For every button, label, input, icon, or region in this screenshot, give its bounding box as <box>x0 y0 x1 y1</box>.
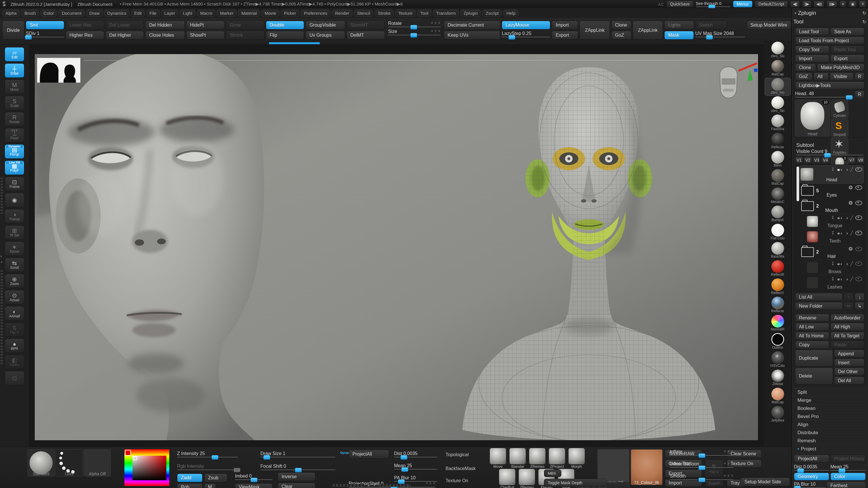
zsub-toggle[interactable]: Zsub <box>204 474 227 482</box>
mean-slider[interactable]: Mean 25 <box>394 463 437 470</box>
material-thumb[interactable]: MatCap <box>765 60 790 77</box>
merge-down-icon[interactable]: ↧ <box>831 276 835 282</box>
gear-icon[interactable]: ⚙ <box>848 246 853 252</box>
color-picker[interactable] <box>124 449 169 486</box>
grow-ui-icon[interactable]: ▤▶ <box>827 1 837 7</box>
union-icon[interactable]: ●● <box>837 167 838 172</box>
section-header[interactable]: Merge <box>793 396 866 404</box>
intersection-icon[interactable]: ◑ <box>845 167 848 172</box>
menu-item[interactable]: Light <box>180 9 195 17</box>
menu-item[interactable]: Edit <box>131 9 145 17</box>
left-tray-scrollbar2[interactable] <box>1 269 3 364</box>
section-header[interactable]: Boolean <box>793 404 866 412</box>
close-holes-button[interactable]: Close Holes <box>145 31 185 40</box>
tool-thumb-simplebrush[interactable]: S SimpleB <box>831 119 848 137</box>
append-button[interactable]: Append <box>834 350 865 358</box>
move-down-button[interactable]: ↓ <box>855 293 865 301</box>
menu-item[interactable]: Tool <box>417 9 432 17</box>
subtool-item-brows[interactable]: ↧ ●● ◐ ◑ ╱ Brows <box>806 260 863 275</box>
export-button[interactable]: Export <box>552 31 578 40</box>
project-section-header[interactable]: • Project <box>793 445 866 453</box>
texture-import-button[interactable]: Import <box>665 479 702 487</box>
left-shelf-button[interactable]: S Scale <box>5 96 24 110</box>
delete-button[interactable]: Delete <box>795 368 833 385</box>
topological-label[interactable]: Topological <box>445 452 469 457</box>
intersection-icon[interactable]: ◑ <box>845 216 848 220</box>
hidept-button[interactable]: HidePt <box>186 21 225 30</box>
tray-close-icon[interactable]: ◂ <box>1 260 2 263</box>
section-header[interactable]: Bevel Pro <box>793 412 866 420</box>
farthest-button[interactable]: Farthest <box>827 482 866 488</box>
reset-icon[interactable]: ↻ <box>863 10 866 16</box>
size-slider[interactable]: Size x y z <box>388 29 441 36</box>
v-set-button[interactable]: V4 <box>822 157 829 164</box>
enter-folder-button[interactable]: ↳ <box>855 302 865 310</box>
brush-quick-thumb[interactable]: ZRemes <box>528 448 546 468</box>
dist-slider[interactable]: Dist 0.0035 <box>794 464 829 471</box>
delmt-button[interactable]: DelMT <box>347 31 385 40</box>
material-thumb[interactable]: zbro_Ski <box>765 96 790 113</box>
visible-button[interactable]: Visible <box>830 72 854 80</box>
brush-quick-thumb[interactable]: Morph <box>568 448 586 468</box>
material-thumb[interactable]: BumpVi <box>765 205 790 223</box>
next-doc-icon[interactable]: |||▶ <box>802 1 812 7</box>
lower-res-button[interactable]: Lower Res <box>66 21 104 30</box>
left-tray-scrollbar[interactable] <box>1 176 3 214</box>
showpt-button[interactable]: ShowPt <box>186 31 225 40</box>
menu-item[interactable]: Zplugin <box>460 9 481 17</box>
decimate-current-button[interactable]: Decimate Current <box>444 21 500 30</box>
merge-down-icon[interactable]: ↧ <box>831 167 835 172</box>
menu-item[interactable]: Color <box>40 9 57 17</box>
menu-item[interactable]: Transform <box>433 9 459 17</box>
projectall-button[interactable]: ProjectAll <box>349 450 389 458</box>
quicksave-button[interactable]: QuickSave <box>666 1 693 7</box>
document-canvas[interactable] <box>35 54 758 440</box>
material-thumb[interactable]: Blinn <box>765 151 790 168</box>
viewmask-button[interactable]: ViewMask <box>235 483 273 488</box>
setup-model-side-button[interactable]: Setup Model Side <box>741 478 790 486</box>
menu-item[interactable]: Texture <box>395 9 416 17</box>
head-tool-slider[interactable]: Head. 48 <box>795 91 854 98</box>
v-set-button[interactable]: V8 <box>857 157 865 164</box>
visibility-icon[interactable] <box>855 201 862 205</box>
subtool-item-teeth[interactable]: ↧ ●● ◐ ◑ ╱ Teeth <box>806 229 863 245</box>
intersection-icon[interactable]: ◑ <box>845 277 848 282</box>
menu-item[interactable]: File <box>146 9 160 17</box>
grow-button[interactable]: Grow <box>226 21 265 30</box>
canvas-hscroll[interactable] <box>333 484 365 487</box>
import-button[interactable]: Import <box>552 21 578 30</box>
merge-down-icon[interactable]: ↧ <box>831 215 835 220</box>
material-thumb[interactable]: Reflecte <box>765 133 790 150</box>
difference-icon[interactable]: ◐ <box>840 216 843 220</box>
v-set-button[interactable]: V7 <box>848 157 856 164</box>
stroke-thumb[interactable]: Dots <box>56 449 83 477</box>
zadd-toggle[interactable]: Zadd <box>177 474 203 482</box>
v-set-button[interactable]: V3 <box>813 157 820 164</box>
material-thumb[interactable]: BasicMa <box>765 242 790 259</box>
subtool-folder-eyes[interactable]: 5 ⚙ Eyes <box>800 183 863 199</box>
polypaint-icon[interactable]: ╱ <box>850 215 853 220</box>
focal-shift-slider[interactable]: Focal Shift 0 <box>260 464 336 470</box>
all-button[interactable]: All <box>814 72 829 80</box>
dist-slider[interactable]: Dist 0.0035 <box>394 451 437 458</box>
brush-quick-thumb[interactable]: Standar <box>509 448 527 468</box>
material-thumb[interactable]: Outline <box>765 333 790 350</box>
left-shelf-button[interactable]: Line Fill ▦ PolyF <box>5 160 24 175</box>
copy-button[interactable]: Copy <box>795 341 829 349</box>
difference-icon[interactable]: ◐ <box>840 261 843 266</box>
export2-button[interactable]: Export <box>705 479 723 487</box>
visible-count-slider[interactable]: Visible Count 9 <box>796 149 863 156</box>
material-thumb[interactable]: ZMetal <box>765 369 790 387</box>
zapplink-button[interactable]: ZAppLink <box>580 21 610 40</box>
v-set-button[interactable]: V1 <box>795 157 803 164</box>
mean-slider[interactable]: Mean 25 <box>830 464 866 471</box>
brush-quick-thumb[interactable]: Move <box>489 448 507 468</box>
section-header[interactable]: Split <box>793 388 866 396</box>
keep-uvs-button[interactable]: Keep UVs <box>444 31 500 40</box>
lazystep-slider[interactable]: LazyStep 0.25 <box>502 31 550 38</box>
insert-button[interactable]: Insert <box>834 359 865 366</box>
redo-icon-button[interactable]: ↪ <box>844 302 854 310</box>
material-thumb[interactable]: JellyBea <box>765 406 790 423</box>
r-button[interactable]: R <box>855 72 865 80</box>
left-shelf-button[interactable]: ⊡ Frame <box>5 176 24 191</box>
